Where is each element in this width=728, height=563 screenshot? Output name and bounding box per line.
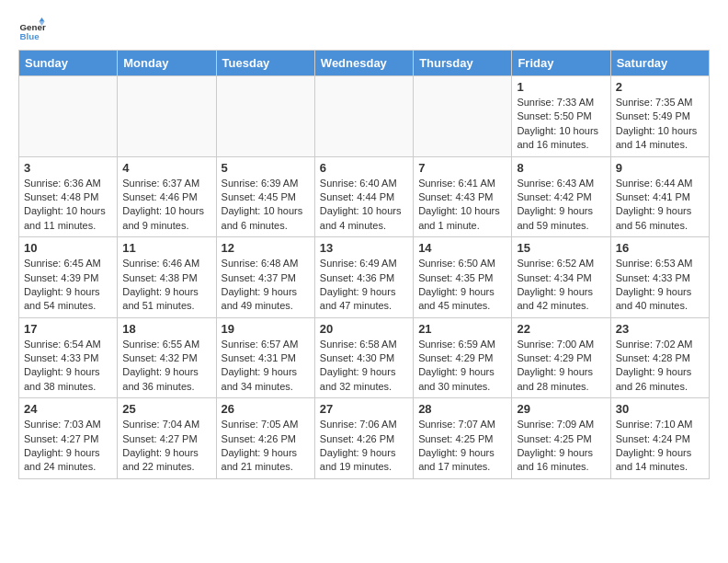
- calendar-cell: 1Sunrise: 7:33 AMSunset: 5:50 PMDaylight…: [512, 76, 610, 157]
- calendar-cell: 14Sunrise: 6:50 AMSunset: 4:35 PMDayligh…: [414, 237, 512, 318]
- day-number: 13: [320, 241, 408, 255]
- calendar-day-header: Saturday: [610, 51, 709, 76]
- day-info: Sunrise: 6:52 AMSunset: 4:34 PMDaylight:…: [517, 257, 605, 314]
- day-info: Sunrise: 7:10 AMSunset: 4:24 PMDaylight:…: [616, 418, 704, 475]
- calendar-cell: 25Sunrise: 7:04 AMSunset: 4:27 PMDayligh…: [118, 398, 216, 479]
- day-number: 20: [320, 322, 408, 336]
- day-number: 7: [418, 161, 506, 175]
- calendar-cell: 18Sunrise: 6:55 AMSunset: 4:32 PMDayligh…: [118, 317, 216, 398]
- day-info: Sunrise: 7:07 AMSunset: 4:25 PMDaylight:…: [418, 418, 506, 475]
- calendar-cell: [216, 76, 314, 157]
- day-number: 10: [24, 241, 112, 255]
- logo-icon: General Blue: [18, 15, 46, 42]
- calendar-cell: 8Sunrise: 6:43 AMSunset: 4:42 PMDaylight…: [512, 156, 610, 237]
- day-number: 6: [320, 161, 408, 175]
- calendar-cell: [19, 76, 118, 157]
- day-number: 3: [24, 161, 112, 175]
- calendar-table: SundayMondayTuesdayWednesdayThursdayFrid…: [18, 50, 710, 479]
- day-number: 12: [222, 241, 310, 255]
- day-number: 29: [517, 402, 605, 416]
- calendar-cell: 24Sunrise: 7:03 AMSunset: 4:27 PMDayligh…: [19, 398, 118, 479]
- day-number: 15: [517, 241, 605, 255]
- day-info: Sunrise: 7:33 AMSunset: 5:50 PMDaylight:…: [517, 96, 605, 153]
- day-number: 16: [616, 241, 704, 255]
- day-info: Sunrise: 6:49 AMSunset: 4:36 PMDaylight:…: [320, 257, 408, 314]
- calendar-cell: 3Sunrise: 6:36 AMSunset: 4:48 PMDaylight…: [19, 156, 118, 237]
- calendar-cell: 9Sunrise: 6:44 AMSunset: 4:41 PMDaylight…: [610, 156, 709, 237]
- calendar-cell: 19Sunrise: 6:57 AMSunset: 4:31 PMDayligh…: [216, 317, 314, 398]
- day-info: Sunrise: 6:41 AMSunset: 4:43 PMDaylight:…: [418, 177, 506, 234]
- calendar-cell: 16Sunrise: 6:53 AMSunset: 4:33 PMDayligh…: [610, 237, 709, 318]
- calendar-cell: 13Sunrise: 6:49 AMSunset: 4:36 PMDayligh…: [314, 237, 413, 318]
- calendar-cell: 30Sunrise: 7:10 AMSunset: 4:24 PMDayligh…: [610, 398, 709, 479]
- day-number: 11: [122, 241, 210, 255]
- day-number: 2: [616, 80, 704, 94]
- day-number: 18: [122, 322, 210, 336]
- day-info: Sunrise: 7:09 AMSunset: 4:25 PMDaylight:…: [517, 418, 605, 475]
- day-number: 28: [418, 402, 506, 416]
- calendar-cell: 12Sunrise: 6:48 AMSunset: 4:37 PMDayligh…: [216, 237, 314, 318]
- calendar-day-header: Tuesday: [216, 51, 314, 76]
- day-info: Sunrise: 6:58 AMSunset: 4:30 PMDaylight:…: [320, 338, 408, 395]
- calendar-cell: 26Sunrise: 7:05 AMSunset: 4:26 PMDayligh…: [216, 398, 314, 479]
- day-info: Sunrise: 6:57 AMSunset: 4:31 PMDaylight:…: [222, 338, 310, 395]
- calendar-day-header: Thursday: [414, 51, 512, 76]
- day-number: 8: [517, 161, 605, 175]
- day-info: Sunrise: 7:35 AMSunset: 5:49 PMDaylight:…: [616, 96, 704, 153]
- calendar-day-header: Sunday: [19, 51, 118, 76]
- calendar-cell: 15Sunrise: 6:52 AMSunset: 4:34 PMDayligh…: [512, 237, 610, 318]
- day-info: Sunrise: 6:45 AMSunset: 4:39 PMDaylight:…: [24, 257, 112, 314]
- calendar-cell: 11Sunrise: 6:46 AMSunset: 4:38 PMDayligh…: [118, 237, 216, 318]
- day-info: Sunrise: 6:39 AMSunset: 4:45 PMDaylight:…: [222, 177, 310, 234]
- day-info: Sunrise: 6:59 AMSunset: 4:29 PMDaylight:…: [418, 338, 506, 395]
- calendar-day-header: Monday: [118, 51, 216, 76]
- day-info: Sunrise: 6:55 AMSunset: 4:32 PMDaylight:…: [122, 338, 210, 395]
- day-info: Sunrise: 6:46 AMSunset: 4:38 PMDaylight:…: [122, 257, 210, 314]
- day-number: 9: [616, 161, 704, 175]
- day-info: Sunrise: 7:04 AMSunset: 4:27 PMDaylight:…: [122, 418, 210, 475]
- calendar-cell: 7Sunrise: 6:41 AMSunset: 4:43 PMDaylight…: [414, 156, 512, 237]
- calendar-cell: 6Sunrise: 6:40 AMSunset: 4:44 PMDaylight…: [314, 156, 413, 237]
- calendar-cell: 10Sunrise: 6:45 AMSunset: 4:39 PMDayligh…: [19, 237, 118, 318]
- calendar-cell: [118, 76, 216, 157]
- calendar-cell: 22Sunrise: 7:00 AMSunset: 4:29 PMDayligh…: [512, 317, 610, 398]
- calendar-cell: [414, 76, 512, 157]
- day-info: Sunrise: 6:43 AMSunset: 4:42 PMDaylight:…: [517, 177, 605, 234]
- calendar-cell: 17Sunrise: 6:54 AMSunset: 4:33 PMDayligh…: [19, 317, 118, 398]
- calendar-cell: 20Sunrise: 6:58 AMSunset: 4:30 PMDayligh…: [314, 317, 413, 398]
- calendar-cell: 21Sunrise: 6:59 AMSunset: 4:29 PMDayligh…: [414, 317, 512, 398]
- day-number: 1: [517, 80, 605, 94]
- calendar-cell: [314, 76, 413, 157]
- calendar-cell: 5Sunrise: 6:39 AMSunset: 4:45 PMDaylight…: [216, 156, 314, 237]
- calendar-day-header: Wednesday: [314, 51, 413, 76]
- day-info: Sunrise: 6:44 AMSunset: 4:41 PMDaylight:…: [616, 177, 704, 234]
- calendar-cell: 4Sunrise: 6:37 AMSunset: 4:46 PMDaylight…: [118, 156, 216, 237]
- day-number: 17: [24, 322, 112, 336]
- calendar-cell: 28Sunrise: 7:07 AMSunset: 4:25 PMDayligh…: [414, 398, 512, 479]
- day-info: Sunrise: 6:50 AMSunset: 4:35 PMDaylight:…: [418, 257, 506, 314]
- day-info: Sunrise: 7:02 AMSunset: 4:28 PMDaylight:…: [616, 338, 704, 395]
- day-number: 23: [616, 322, 704, 336]
- day-info: Sunrise: 6:53 AMSunset: 4:33 PMDaylight:…: [616, 257, 704, 314]
- day-number: 25: [122, 402, 210, 416]
- logo: General Blue: [18, 15, 50, 42]
- calendar-header-row: SundayMondayTuesdayWednesdayThursdayFrid…: [19, 51, 710, 76]
- day-number: 19: [222, 322, 310, 336]
- day-info: Sunrise: 7:00 AMSunset: 4:29 PMDaylight:…: [517, 338, 605, 395]
- day-info: Sunrise: 7:03 AMSunset: 4:27 PMDaylight:…: [24, 418, 112, 475]
- day-info: Sunrise: 6:40 AMSunset: 4:44 PMDaylight:…: [320, 177, 408, 234]
- day-number: 30: [616, 402, 704, 416]
- day-number: 21: [418, 322, 506, 336]
- day-number: 5: [222, 161, 310, 175]
- day-number: 24: [24, 402, 112, 416]
- calendar-cell: 27Sunrise: 7:06 AMSunset: 4:26 PMDayligh…: [314, 398, 413, 479]
- day-number: 26: [222, 402, 310, 416]
- svg-marker-2: [40, 17, 45, 22]
- calendar-cell: 29Sunrise: 7:09 AMSunset: 4:25 PMDayligh…: [512, 398, 610, 479]
- day-number: 4: [122, 161, 210, 175]
- day-info: Sunrise: 6:37 AMSunset: 4:46 PMDaylight:…: [122, 177, 210, 234]
- day-info: Sunrise: 6:48 AMSunset: 4:37 PMDaylight:…: [222, 257, 310, 314]
- day-number: 14: [418, 241, 506, 255]
- svg-text:Blue: Blue: [20, 31, 40, 41]
- day-info: Sunrise: 6:54 AMSunset: 4:33 PMDaylight:…: [24, 338, 112, 395]
